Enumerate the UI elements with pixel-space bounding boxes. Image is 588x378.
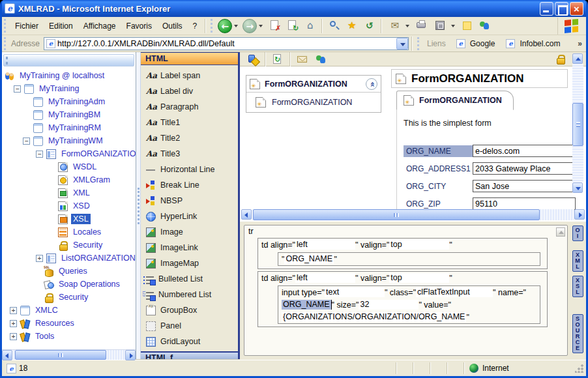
palette-item-title2[interactable]: Title2 — [141, 130, 238, 146]
messenger-share-button[interactable] — [315, 53, 327, 65]
tree-item-soap-operations[interactable]: Soap Operations — [2, 278, 136, 291]
collapse-chevron-button[interactable] — [366, 78, 377, 90]
source-editor[interactable]: tr td align="left" valign="top" "ORG_NAM… — [244, 225, 568, 356]
forward-button[interactable]: → — [243, 19, 265, 33]
source-td-block[interactable]: td align="left" valign="top" "ORG_NAME " — [257, 238, 548, 269]
scroll-left-button[interactable] — [2, 350, 12, 360]
tree-item-wsdl[interactable]: WSDL — [2, 160, 136, 173]
name-value-box-selected[interactable]: ORG_NAME — [282, 300, 332, 310]
palette-item-groupbox[interactable]: GroupBox — [141, 302, 238, 318]
scroll-right-button[interactable] — [125, 350, 136, 360]
link-label[interactable]: Infobel.com — [520, 39, 560, 48]
tree-horizontal-scrollbar[interactable] — [2, 349, 136, 360]
tree-item-queries[interactable]: Queries — [2, 265, 136, 278]
menu-outils[interactable]: Outils — [157, 20, 188, 33]
source-input-block[interactable]: input type="text" class="clFlatTextInput… — [278, 285, 540, 324]
menu-favoris[interactable]: Favoris — [121, 20, 157, 33]
tree-item-mytrainingadm[interactable]: MyTrainingAdm — [2, 95, 136, 108]
palette-item-break-line[interactable]: Break Line — [141, 177, 238, 193]
scrollbar-track[interactable] — [572, 64, 583, 182]
tree-item-mytraining-localhost[interactable]: MyTraining @ localhost — [2, 69, 136, 82]
tree-item-locales[interactable]: Locales — [2, 225, 136, 239]
messenger-button[interactable] — [478, 20, 491, 32]
tab-formorganization[interactable]: FormORGANIZATION — [396, 91, 514, 110]
org-address1-input[interactable] — [473, 162, 576, 175]
palette-item-title1[interactable]: Title1 — [141, 115, 238, 130]
minimize-button[interactable] — [540, 2, 553, 16]
back-dropdown-icon[interactable] — [234, 25, 238, 27]
link-google[interactable]: eGoogle — [454, 39, 495, 48]
history-button[interactable]: ↺ — [363, 20, 375, 32]
palette-item-label-div[interactable]: Label div — [141, 83, 238, 99]
link-infobel[interactable]: eInfobel.com — [504, 39, 560, 48]
palette-header-html-form[interactable]: HTML f — [141, 351, 238, 360]
side-tab-oi[interactable]: OI — [572, 225, 583, 241]
tree-item-xsd[interactable]: XSD — [2, 199, 136, 212]
type-value-box[interactable]: text — [325, 287, 385, 297]
regenerate-button[interactable] — [272, 53, 284, 65]
tree-item-xml[interactable]: XML — [2, 186, 136, 199]
palette-item-gridlayout[interactable]: GridLayout — [141, 334, 238, 349]
design-horizontal-scrollbar[interactable] — [241, 209, 585, 220]
favorites-button[interactable]: ★ — [345, 20, 358, 32]
tree-panel-header[interactable] — [3, 54, 134, 66]
toolbar-grip[interactable] — [417, 37, 420, 50]
link-label[interactable]: Google — [470, 39, 495, 48]
palette-item-imagelink[interactable]: ImageLink — [141, 240, 238, 255]
mail-dropdown-icon[interactable] — [405, 25, 409, 27]
fullscreen-dropdown-icon[interactable] — [451, 25, 455, 27]
card-header[interactable]: FormORGANIZATION — [246, 76, 381, 93]
palette-header-html[interactable]: HTML — [141, 52, 238, 65]
scroll-up-button[interactable] — [572, 53, 583, 64]
toolbar-grip[interactable] — [211, 19, 214, 33]
tree-item-mytrainingrm[interactable]: MyTrainingRM — [2, 121, 136, 134]
align-value-box[interactable]: left — [295, 240, 355, 250]
tree-item-xmlc[interactable]: +XMLC — [2, 304, 136, 317]
collapse-icon[interactable]: − — [14, 85, 21, 93]
expand-icon[interactable]: + — [10, 320, 17, 327]
address-url[interactable]: http://127.0.0.1/XMLRADBin/XMLRAD.dll/De… — [57, 39, 396, 48]
back-button[interactable]: ← — [218, 19, 240, 33]
palette-item-label-span[interactable]: Label span — [141, 68, 238, 83]
cell-text-box[interactable]: ORG_NAME — [284, 254, 334, 264]
valign-value-box[interactable]: top — [389, 240, 449, 250]
tree-item-security[interactable]: Security — [2, 239, 136, 252]
edit-notes-button[interactable] — [461, 20, 473, 32]
stop-button[interactable]: ✗ — [269, 20, 281, 32]
print-button[interactable] — [415, 20, 428, 32]
source-td-block[interactable]: td align="left" valign="top" input type=… — [257, 271, 548, 327]
scrollbar-track[interactable] — [12, 350, 125, 360]
design-vertical-scrollbar[interactable] — [572, 53, 583, 193]
tree-item-mytrainingwm[interactable]: −MyTrainingWM — [2, 134, 136, 147]
collapse-icon[interactable]: − — [23, 138, 30, 145]
menu-help[interactable]: ? — [188, 20, 203, 33]
palette-item-nbsp[interactable]: NBSP — [141, 193, 238, 209]
valign-value-box[interactable]: top — [389, 273, 449, 283]
maximize-button[interactable] — [555, 2, 568, 16]
refresh-button[interactable]: ↻ — [286, 20, 299, 32]
align-value-box[interactable]: left — [295, 273, 355, 283]
source-cell-text-block[interactable]: "ORG_NAME " — [278, 252, 540, 266]
tree-item-formorganization[interactable]: −FormORGANIZATION — [2, 147, 136, 160]
palette-item-image[interactable]: Image — [141, 224, 238, 240]
source-tag-tr[interactable]: tr — [247, 227, 565, 236]
tree-item-listorganization[interactable]: +ListORGANIZATION — [2, 252, 136, 265]
toolbar-overflow-chevron[interactable]: » — [578, 39, 582, 48]
org-city-input[interactable] — [473, 180, 576, 192]
palette-item-hyperlink[interactable]: HyperLink — [141, 209, 238, 224]
tree-item-xmlgram[interactable]: XMLGram — [2, 173, 136, 186]
tree-item-mytrainingbm[interactable]: MyTrainingBM — [2, 108, 136, 121]
close-button[interactable] — [570, 2, 583, 16]
card-item-formorganization[interactable]: FormORGANIZATION — [246, 93, 381, 112]
menu-edition[interactable]: Edition — [44, 20, 78, 33]
expand-icon[interactable]: + — [10, 307, 17, 314]
expand-icon[interactable]: + — [36, 255, 43, 262]
class-value-box[interactable]: clFlatTextInput — [416, 287, 493, 297]
side-tab-xml[interactable]: XML — [572, 250, 583, 272]
tree-item-xsl[interactable]: XSL — [2, 212, 136, 225]
scroll-left-button[interactable] — [241, 209, 252, 220]
tree-item-security[interactable]: Security — [2, 291, 136, 304]
collapse-icon[interactable]: − — [36, 151, 43, 158]
fullscreen-button[interactable] — [432, 20, 457, 32]
org-zip-input[interactable] — [473, 197, 576, 210]
